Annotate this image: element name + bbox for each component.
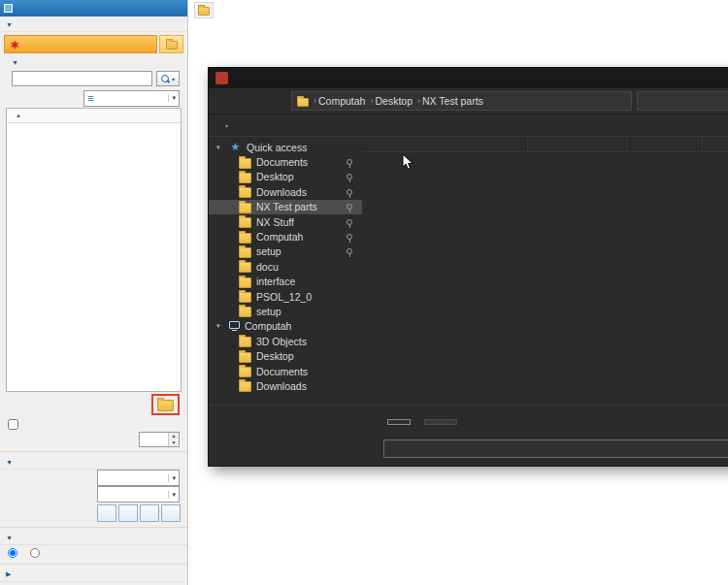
- folder-icon: [239, 262, 251, 273]
- breadcrumb-segment[interactable]: › Computah: [312, 95, 365, 107]
- options-button[interactable]: [424, 419, 457, 425]
- dialog-icon: [4, 4, 13, 13]
- cycle-swap-axes-button[interactable]: [118, 504, 138, 522]
- column-date-modified[interactable]: [527, 137, 626, 151]
- add-component-dialog: ▼ ∗ ▼ ▾ ≡: [0, 0, 188, 585]
- move-radio[interactable]: [8, 548, 17, 558]
- search-input[interactable]: [12, 71, 152, 86]
- dialog-titlebar[interactable]: [0, 0, 187, 16]
- sidebar-item[interactable]: ▾ Quick access: [209, 140, 362, 154]
- breadcrumb-label[interactable]: Computah: [318, 95, 365, 107]
- keep-selected-checkbox[interactable]: [8, 419, 18, 430]
- main-area: › Computah › Desktop › NX Test parts: [188, 0, 728, 585]
- required-asterisk-icon: ∗: [10, 39, 19, 50]
- search-input[interactable]: [637, 91, 728, 111]
- sidebar-item-label: NX Stuff: [256, 216, 294, 228]
- breadcrumb-separator-icon: ›: [415, 96, 422, 106]
- sidebar-item[interactable]: Computah: [209, 229, 362, 244]
- section-settings[interactable]: ▶: [0, 567, 187, 582]
- sidebar-item[interactable]: NX Test parts: [209, 200, 362, 214]
- chevron-down-icon[interactable]: ▾: [216, 144, 224, 151]
- sidebar-item[interactable]: Documents: [209, 154, 362, 169]
- sidebar-item[interactable]: Desktop: [209, 170, 362, 184]
- expand-triangle-icon: ▶: [6, 570, 11, 578]
- sidebar-item-label: setup: [256, 306, 281, 317]
- select-part-button[interactable]: ∗: [4, 35, 157, 53]
- sidebar-item-label: Desktop: [256, 171, 294, 182]
- pin-icon: [347, 189, 352, 195]
- constrain-radio-option[interactable]: [30, 548, 43, 558]
- sidebar-item[interactable]: 3D Objects: [209, 334, 362, 348]
- count-spinner[interactable]: ▲ ▼: [139, 432, 180, 447]
- file-name-input[interactable]: [383, 439, 728, 458]
- pin-icon: [347, 159, 352, 165]
- section-loaded-parts[interactable]: ▼: [0, 55, 187, 69]
- sidebar-item[interactable]: setup: [209, 304, 362, 318]
- sidebar-item[interactable]: Desktop: [209, 348, 362, 363]
- sidebar-item[interactable]: setup: [209, 244, 362, 259]
- sidebar-item[interactable]: NX Stuff: [209, 214, 362, 229]
- breadcrumb-segment[interactable]: › Desktop: [368, 95, 413, 107]
- folder-icon: [239, 337, 251, 347]
- organise-button[interactable]: ▾: [221, 122, 228, 129]
- select-part-browse-button[interactable]: [159, 35, 183, 53]
- cycle-orientation-button[interactable]: [161, 504, 181, 522]
- folder-icon: [239, 247, 251, 258]
- loaded-parts-empty-area[interactable]: [7, 123, 181, 391]
- section-part-to-place[interactable]: ▼: [0, 16, 187, 32]
- cycle-rotate-cw-button[interactable]: [140, 504, 159, 522]
- sidebar-item[interactable]: interface: [209, 275, 362, 289]
- breadcrumb[interactable]: › Computah › Desktop › NX Test parts: [291, 91, 632, 111]
- loaded-parts-list[interactable]: ▲: [6, 108, 182, 392]
- folder-icon: [166, 41, 178, 49]
- file-list-header: [362, 137, 728, 152]
- resource-tab[interactable]: [194, 2, 214, 18]
- sidebar-item-label: NX Test parts: [256, 201, 317, 212]
- folder-icon: [239, 173, 251, 183]
- sidebar-item[interactable]: ▾ Computah: [209, 319, 362, 334]
- move-radio-option[interactable]: [8, 548, 20, 558]
- file-list: [362, 137, 728, 405]
- cycle-rotate-ccw-button[interactable]: [97, 504, 116, 522]
- description-column-header[interactable]: ▲: [7, 109, 181, 123]
- column-name[interactable]: [362, 137, 527, 151]
- constrain-radio[interactable]: [30, 548, 40, 558]
- pin-icon: [347, 204, 352, 210]
- section-location[interactable]: ▼: [0, 454, 187, 470]
- count-value: [140, 433, 168, 446]
- sidebar-item-label: Desktop: [256, 350, 294, 362]
- sidebar-item[interactable]: Downloads: [209, 378, 362, 393]
- annotation-highlight: [151, 394, 180, 415]
- spin-up-icon[interactable]: ▲: [169, 433, 179, 439]
- sidebar-item[interactable]: docu: [209, 259, 362, 274]
- column-size[interactable]: [702, 137, 728, 151]
- spin-down-icon[interactable]: ▼: [169, 439, 179, 446]
- chevron-down-icon: ▾: [168, 491, 176, 499]
- pin-icon: [347, 248, 352, 254]
- work-part-location-button[interactable]: [387, 419, 411, 425]
- sidebar-item-label: Computah: [256, 231, 303, 243]
- pin-icon: [347, 174, 352, 179]
- component-anchor-dropdown[interactable]: ▾: [97, 470, 180, 486]
- open-file-button[interactable]: [157, 398, 174, 411]
- file-dialog-titlebar[interactable]: [209, 68, 728, 88]
- column-type[interactable]: [626, 137, 702, 151]
- folder-icon: [297, 98, 309, 107]
- assembly-location-dropdown[interactable]: ▾: [97, 486, 180, 503]
- sidebar-item[interactable]: Documents: [209, 364, 362, 378]
- pin-icon: [347, 234, 352, 240]
- search-button[interactable]: ▾: [156, 71, 180, 86]
- breadcrumb-label[interactable]: NX Test parts: [422, 95, 483, 107]
- section-placement[interactable]: ▼: [0, 530, 187, 545]
- sidebar-item-label: Downloads: [256, 380, 307, 392]
- chevron-down-icon: ▾: [225, 122, 228, 129]
- sidebar-item[interactable]: Downloads: [209, 184, 362, 199]
- chevron-down-icon[interactable]: ▾: [216, 322, 224, 330]
- breadcrumb-label[interactable]: Desktop: [375, 95, 413, 107]
- divider: [0, 564, 187, 565]
- breadcrumb-segment[interactable]: › NX Test parts: [415, 95, 483, 107]
- sidebar-item[interactable]: PSOL_12_0: [209, 289, 362, 304]
- view-style-dropdown[interactable]: ≡ ▾: [83, 90, 180, 107]
- chevron-down-icon: ▾: [168, 94, 176, 102]
- chevron-down-icon: ▾: [172, 76, 175, 82]
